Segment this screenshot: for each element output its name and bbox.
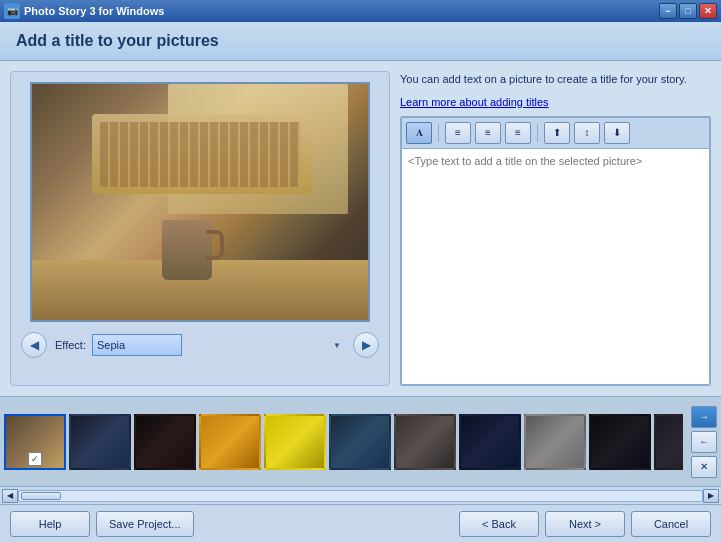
prev-photo-button[interactable]: ◀	[21, 332, 47, 358]
save-project-button[interactable]: Save Project...	[96, 511, 194, 537]
toolbar-separator-1	[438, 124, 439, 142]
minimize-button[interactable]: −	[659, 3, 677, 19]
thumb-checkbox[interactable]: ✓	[28, 452, 42, 466]
filmstrip-thumb[interactable]	[134, 414, 196, 470]
title-bar: 📷 Photo Story 3 for Windows − □ ✕	[0, 0, 721, 22]
left-panel: ◀ Effect: Sepia Black and White None ▶	[10, 71, 390, 386]
filmstrip-thumb[interactable]	[329, 414, 391, 470]
position-bottom-button[interactable]: ⬇	[604, 122, 630, 144]
scrollbar-area: ◀ ▶	[0, 486, 721, 504]
toolbar-separator-2	[537, 124, 538, 142]
nav-row: ◀ Effect: Sepia Black and White None ▶	[21, 332, 379, 358]
bottom-bar: Help Save Project... < Back Next > Cance…	[0, 504, 721, 542]
scroll-left-button[interactable]: ◀	[2, 489, 18, 503]
filmstrip-forward-button[interactable]: →	[691, 406, 717, 428]
next-button[interactable]: Next >	[545, 511, 625, 537]
scrollbar-track	[18, 490, 703, 502]
align-center-icon: ≡	[485, 127, 491, 138]
effect-label: Effect:	[55, 339, 86, 351]
window-controls: − □ ✕	[659, 3, 717, 19]
mug-handle	[206, 230, 224, 260]
effect-row: Effect: Sepia Black and White None	[55, 334, 345, 356]
app-icon: 📷	[4, 3, 20, 19]
filmstrip-delete-button[interactable]: ✕	[691, 456, 717, 478]
maximize-button[interactable]: □	[679, 3, 697, 19]
effect-select-wrapper: Sepia Black and White None	[92, 334, 345, 356]
position-middle-button[interactable]: ↕	[574, 122, 600, 144]
filmstrip-thumb[interactable]	[524, 414, 586, 470]
text-area-wrapper: 𝐀 ≡ ≡ ≡ ⬆	[400, 116, 711, 387]
next-photo-button[interactable]: ▶	[353, 332, 379, 358]
filmstrip-thumb[interactable]	[654, 414, 683, 470]
filmstrip-scroll: ✓	[4, 403, 683, 481]
bottom-left-buttons: Help Save Project...	[10, 511, 194, 537]
right-panel: You can add text on a picture to create …	[400, 71, 711, 386]
align-left-button[interactable]: ≡	[445, 122, 471, 144]
position-bottom-icon: ⬇	[613, 127, 621, 138]
filmstrip-thumb[interactable]	[199, 414, 261, 470]
mug-shape	[162, 220, 212, 280]
photo-preview	[30, 82, 370, 322]
filmstrip-thumb[interactable]: ✓	[4, 414, 66, 470]
font-icon: 𝐀	[416, 127, 423, 139]
filmstrip-back-button[interactable]: ←	[691, 431, 717, 453]
cancel-button[interactable]: Cancel	[631, 511, 711, 537]
window-title: Photo Story 3 for Windows	[24, 5, 659, 17]
text-toolbar: 𝐀 ≡ ≡ ≡ ⬆	[401, 117, 710, 148]
align-left-icon: ≡	[455, 127, 461, 138]
back-button[interactable]: < Back	[459, 511, 539, 537]
close-button[interactable]: ✕	[699, 3, 717, 19]
header: Add a title to your pictures	[0, 22, 721, 61]
font-button[interactable]: 𝐀	[406, 122, 432, 144]
window-content: Add a title to your pictures ◀	[0, 22, 721, 542]
position-top-icon: ⬆	[553, 127, 561, 138]
photo-background	[32, 84, 368, 320]
keyboard-keys	[100, 122, 300, 187]
learn-more-link[interactable]: Learn more about adding titles	[400, 96, 711, 108]
filmstrip-inner: ✓	[4, 403, 683, 481]
help-button[interactable]: Help	[10, 511, 90, 537]
filmstrip-thumb[interactable]	[264, 414, 326, 470]
scroll-right-button[interactable]: ▶	[703, 489, 719, 503]
main-area: ◀ Effect: Sepia Black and White None ▶ Y…	[0, 61, 721, 396]
scrollbar-thumb[interactable]	[21, 492, 61, 500]
align-right-button[interactable]: ≡	[505, 122, 531, 144]
align-right-icon: ≡	[515, 127, 521, 138]
filmstrip-controls: → ← ✕	[691, 406, 717, 478]
position-top-button[interactable]: ⬆	[544, 122, 570, 144]
filmstrip-thumb[interactable]	[459, 414, 521, 470]
position-middle-icon: ↕	[585, 127, 590, 138]
align-center-button[interactable]: ≡	[475, 122, 501, 144]
filmstrip-thumb[interactable]	[589, 414, 651, 470]
title-text-input[interactable]	[401, 148, 710, 386]
filmstrip-thumb[interactable]	[394, 414, 456, 470]
bottom-right-buttons: < Back Next > Cancel	[459, 511, 711, 537]
filmstrip-area: ✓ → ← ✕	[0, 396, 721, 486]
filmstrip-thumb[interactable]	[69, 414, 131, 470]
effect-select[interactable]: Sepia Black and White None	[92, 334, 182, 356]
info-description: You can add text on a picture to create …	[400, 71, 711, 88]
page-title: Add a title to your pictures	[16, 32, 705, 50]
